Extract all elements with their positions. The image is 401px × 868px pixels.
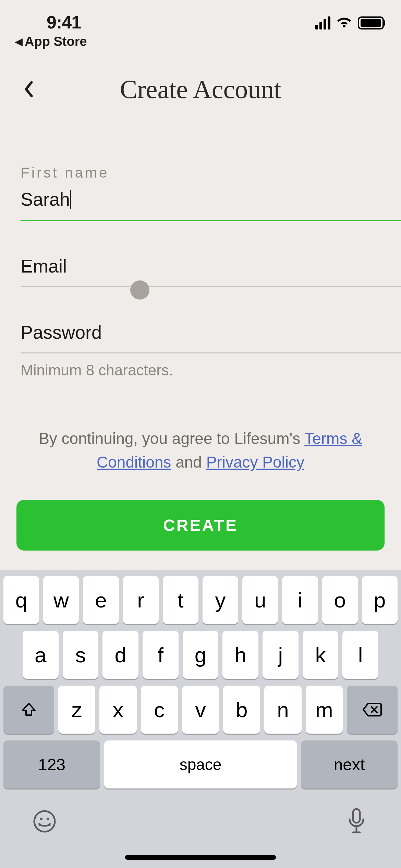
page-title: Create Account	[120, 74, 281, 104]
key-numbers[interactable]: 123	[3, 740, 100, 788]
key-n[interactable]: n	[264, 686, 301, 734]
password-helper: Minimum 8 characters.	[21, 362, 401, 379]
first-name-input[interactable]: Sarah	[21, 189, 401, 221]
status-time: 9:41	[47, 12, 81, 33]
text-cursor-icon	[70, 190, 71, 209]
email-placeholder: Email	[21, 256, 67, 276]
key-shift[interactable]	[3, 686, 54, 734]
keyboard-row-4: 123 space next	[3, 740, 398, 788]
privacy-link[interactable]: Privacy Policy	[206, 453, 304, 471]
home-indicator[interactable]	[125, 855, 276, 860]
key-x[interactable]: x	[99, 686, 136, 734]
email-field-wrapper: Email	[21, 255, 401, 287]
svg-point-1	[40, 818, 42, 820]
legal-text: By continuing, you agree to Lifesum's Te…	[21, 427, 380, 474]
keyboard-bottom-row	[3, 795, 398, 835]
key-i[interactable]: i	[282, 576, 318, 624]
ios-keyboard: q w e r t y u i o p a s d f g h j k l z …	[0, 570, 401, 868]
backspace-icon	[362, 702, 382, 717]
key-l[interactable]: l	[342, 631, 378, 679]
back-button[interactable]	[19, 79, 39, 99]
wifi-icon	[337, 17, 352, 29]
key-space[interactable]: space	[104, 740, 297, 788]
create-button-label: CREATE	[163, 516, 238, 535]
key-v[interactable]: v	[182, 686, 219, 734]
password-placeholder: Password	[21, 322, 102, 342]
key-z[interactable]: z	[58, 686, 95, 734]
microphone-icon	[347, 808, 366, 835]
key-m[interactable]: m	[306, 686, 343, 734]
key-j[interactable]: j	[263, 631, 299, 679]
key-c[interactable]: c	[141, 686, 178, 734]
svg-rect-3	[353, 809, 360, 823]
key-f[interactable]: f	[143, 631, 179, 679]
emoji-button[interactable]	[31, 808, 58, 835]
key-d[interactable]: d	[102, 631, 138, 679]
key-g[interactable]: g	[183, 631, 219, 679]
key-b[interactable]: b	[223, 686, 260, 734]
back-to-app-label: App Store	[25, 34, 87, 49]
keyboard-row-3: z x c v b n m	[3, 686, 398, 734]
key-s[interactable]: s	[63, 631, 99, 679]
keyboard-row-1: q w e r t y u i o p	[3, 576, 398, 624]
cellular-signal-icon	[315, 16, 330, 29]
email-input[interactable]: Email	[21, 255, 401, 287]
back-triangle-icon: ◀	[15, 37, 23, 47]
page-header: Create Account	[0, 62, 401, 117]
svg-point-0	[34, 811, 55, 832]
key-y[interactable]: y	[203, 576, 238, 624]
shift-icon	[21, 701, 37, 718]
key-p[interactable]: p	[362, 576, 398, 624]
key-r[interactable]: r	[123, 576, 159, 624]
battery-icon	[358, 16, 384, 29]
dictation-button[interactable]	[343, 808, 370, 835]
key-u[interactable]: u	[242, 576, 278, 624]
key-q[interactable]: q	[3, 576, 39, 624]
legal-prefix: By continuing, you agree to Lifesum's	[39, 430, 304, 447]
key-k[interactable]: k	[303, 631, 339, 679]
password-input[interactable]: Password	[21, 322, 401, 353]
key-t[interactable]: t	[163, 576, 198, 624]
password-field-wrapper: Password Minimum 8 characters.	[21, 322, 401, 379]
signup-form: First name Sarah Email Password Minimum …	[21, 165, 401, 379]
keyboard-row-2: a s d f g h j k l	[3, 631, 398, 679]
key-h[interactable]: h	[222, 631, 258, 679]
key-backspace[interactable]	[347, 686, 398, 734]
key-a[interactable]: a	[23, 631, 59, 679]
key-w[interactable]: w	[43, 576, 79, 624]
key-e[interactable]: e	[83, 576, 119, 624]
first-name-label: First name	[21, 165, 401, 181]
legal-middle: and	[171, 453, 206, 471]
emoji-icon	[33, 809, 57, 833]
key-next[interactable]: next	[301, 740, 398, 788]
create-button[interactable]: CREATE	[16, 500, 385, 551]
chevron-left-icon	[24, 81, 34, 97]
key-o[interactable]: o	[322, 576, 358, 624]
back-to-app-link[interactable]: ◀ App Store	[15, 34, 87, 49]
first-name-value: Sarah	[21, 189, 70, 209]
touch-indicator-icon	[130, 280, 149, 300]
svg-point-2	[47, 818, 49, 820]
first-name-field-wrapper: First name Sarah	[21, 165, 401, 221]
status-icons	[315, 16, 384, 29]
status-bar: 9:41 ◀ App Store	[0, 0, 401, 48]
